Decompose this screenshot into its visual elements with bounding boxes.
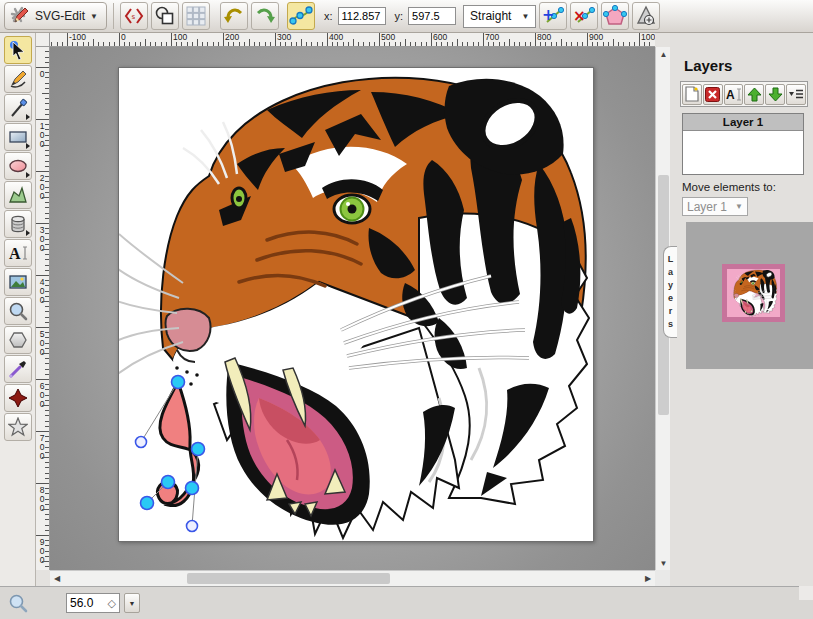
chevron-down-icon: ▼ (735, 202, 743, 211)
scroll-right-arrow-icon[interactable]: ▶ (641, 571, 655, 586)
hexagon-icon (8, 330, 28, 350)
tool-select[interactable] (4, 36, 32, 64)
svg-text:×: × (573, 7, 586, 25)
delete-layer-icon (705, 87, 720, 102)
tool-ellipse[interactable] (4, 152, 32, 180)
scroll-up-arrow-icon[interactable]: ▲ (656, 47, 671, 61)
x-coordinate-label: x: (324, 10, 333, 22)
redo-icon (254, 5, 276, 27)
layers-panel-handle[interactable]: Layers (663, 246, 677, 338)
delete-node-button[interactable]: × (570, 2, 598, 30)
source-code-button[interactable]: s (120, 2, 148, 30)
left-toolbar: A (0, 33, 36, 586)
new-layer-icon (685, 86, 699, 102)
horizontal-scroll-thumb[interactable] (187, 573, 390, 584)
shapes-button[interactable] (151, 2, 179, 30)
layer-list-item[interactable]: Layer 1 (683, 114, 803, 131)
scroll-down-arrow-icon[interactable]: ▼ (656, 556, 671, 570)
layer-menu-icon (788, 87, 804, 101)
tool-star[interactable] (4, 413, 32, 441)
svg-text:A: A (9, 245, 21, 262)
ruler-corner (36, 33, 50, 47)
tool-image[interactable] (4, 268, 32, 296)
tool-path[interactable] (4, 181, 32, 209)
layer-up-button[interactable] (744, 84, 764, 105)
tool-rect[interactable] (4, 123, 32, 151)
delete-node-icon: × (572, 4, 596, 28)
svg-edit-app: SVG-Edit ▼ s (0, 0, 813, 619)
wedge-tool-button[interactable] (632, 2, 660, 30)
delete-layer-button[interactable] (703, 84, 723, 105)
tool-text[interactable]: A (4, 239, 32, 267)
tool-zoom[interactable] (4, 297, 32, 325)
eyedropper-icon (8, 359, 28, 379)
top-toolbar: SVG-Edit ▼ s (0, 0, 813, 33)
svg-page[interactable] (118, 67, 594, 542)
layer-thumbnail (727, 269, 780, 317)
layer-menu-button[interactable] (786, 84, 806, 105)
layer-thumbnail-frame[interactable] (722, 264, 785, 322)
path-edit-mode-icon (289, 4, 313, 28)
tool-ornament[interactable] (4, 384, 32, 412)
rename-layer-button[interactable]: A (724, 84, 744, 105)
tool-polygon[interactable] (4, 326, 32, 354)
cylinder-icon (8, 214, 28, 234)
text-icon: A (8, 243, 28, 263)
path-node (141, 497, 154, 510)
add-node-icon: + (541, 4, 565, 28)
x-coordinate-input[interactable] (338, 7, 386, 25)
zoom-spinner-icon[interactable]: ◇ (108, 597, 116, 610)
tool-pencil[interactable] (4, 65, 32, 93)
undo-button[interactable] (220, 2, 248, 30)
zoom-level-input[interactable] (70, 596, 102, 610)
main-menu-label: SVG-Edit (35, 9, 85, 23)
path-control-point (136, 437, 147, 448)
y-coordinate-label: y: (395, 10, 404, 22)
layer-down-arrow-icon (768, 87, 783, 102)
undo-icon (223, 5, 245, 27)
layers-toolbar: A (680, 81, 808, 107)
zoom-magnifier-icon (8, 593, 28, 617)
path-node (186, 482, 199, 495)
move-elements-label: Move elements to: (682, 181, 776, 193)
pencil-icon (8, 69, 28, 89)
layer-list[interactable]: Layer 1 (682, 113, 804, 175)
layer-up-arrow-icon (747, 87, 762, 102)
path-node (162, 476, 175, 489)
tool-line[interactable] (4, 94, 32, 122)
resize-grip (799, 586, 813, 600)
preview-area (686, 222, 813, 369)
path-node (192, 443, 205, 456)
segment-type-value: Straight (470, 9, 511, 23)
ornament-icon (8, 388, 28, 408)
shapes-icon (154, 5, 176, 27)
move-elements-select[interactable]: Layer 1 ▼ (682, 197, 748, 216)
segment-type-select[interactable]: Straight ▼ (463, 5, 536, 28)
layer-down-button[interactable] (765, 84, 785, 105)
chevron-down-icon: ▼ (521, 12, 529, 21)
path-edit-overlay[interactable] (119, 68, 593, 541)
path-node (172, 376, 185, 389)
new-layer-button[interactable] (682, 84, 702, 105)
zoom-dropdown-button[interactable]: ▼ (124, 593, 140, 613)
main-menu-button[interactable]: SVG-Edit ▼ (4, 2, 107, 30)
tool-eyedropper[interactable] (4, 355, 32, 383)
scroll-left-arrow-icon[interactable]: ◀ (50, 571, 64, 586)
y-coordinate-input[interactable] (408, 7, 456, 25)
open-path-button[interactable] (601, 2, 629, 30)
open-path-icon (603, 4, 627, 28)
select-arrow-icon (8, 40, 28, 60)
tool-shape-library[interactable] (4, 210, 32, 238)
grid-icon (186, 6, 206, 26)
line-pen-icon (8, 98, 28, 118)
horizontal-scrollbar[interactable]: ◀ ▶ (50, 570, 655, 586)
zoom-level-field[interactable]: ◇ (66, 593, 120, 613)
path-edit-mode-button[interactable] (287, 2, 315, 30)
top-ruler: -10001002003004005006007008009001000 (50, 33, 655, 47)
add-node-button[interactable]: + (539, 2, 567, 30)
redo-button[interactable] (251, 2, 279, 30)
rename-layer-icon: A (726, 87, 742, 102)
canvas-workarea[interactable] (50, 47, 655, 570)
grid-button[interactable] (182, 2, 210, 30)
svg-text:A: A (726, 88, 735, 102)
